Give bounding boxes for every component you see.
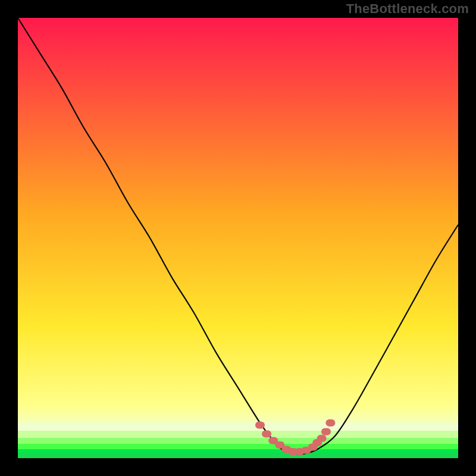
watermark-text: TheBottleneck.com [346,1,469,17]
marker-dot [321,428,331,436]
chart-frame: TheBottleneck.com [0,0,476,476]
marker-group [255,419,335,455]
bottleneck-curve [18,18,458,455]
curve-layer [18,18,458,458]
marker-dot [262,430,271,437]
marker-dot [325,419,335,427]
plot-area [18,18,458,458]
marker-dot [255,422,265,429]
marker-dot [317,435,327,442]
